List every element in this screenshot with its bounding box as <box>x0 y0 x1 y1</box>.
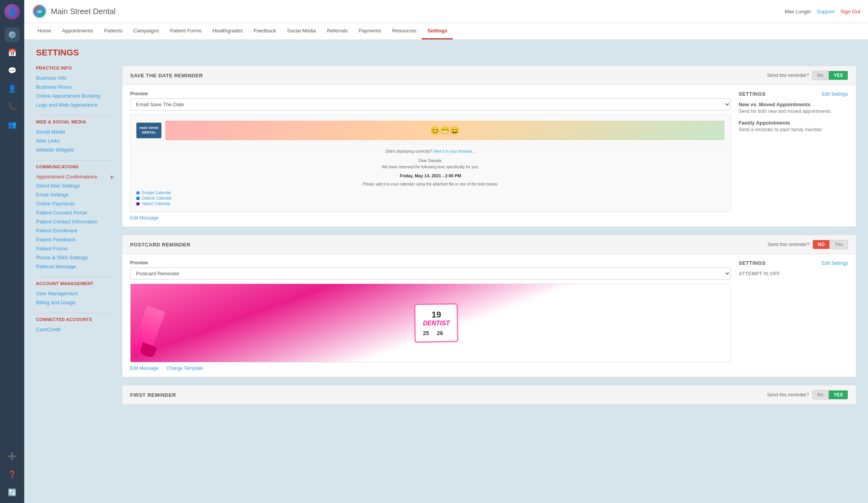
postcard-title: POSTCARD REMINDER <box>130 242 190 248</box>
save-the-date-preview-dropdown[interactable]: Email Save The Date SMS Save The Date <box>130 98 731 111</box>
setting-new-vs-moved: New vs. Moved Appointments Send for both… <box>739 102 848 114</box>
nav-logo-web-appearance[interactable]: Logo and Web Appearance <box>36 100 114 109</box>
sidebar-icon-plus[interactable]: ➕ <box>5 449 20 464</box>
first-reminder-yes-btn[interactable]: YES <box>829 390 848 400</box>
right-content: SAVE THE DATE REMINDER Send this reminde… <box>122 66 856 405</box>
nav-patient-feedback[interactable]: Patient Feedback <box>36 235 114 244</box>
header-user: Max Longin <box>785 9 811 14</box>
nav-patient-enrollment[interactable]: Patient Enrollment <box>36 226 114 235</box>
postcard-preview-dropdown[interactable]: Postcard Reminder <box>130 268 731 280</box>
nav-patient-contact-information[interactable]: Patient Contact Information <box>36 217 114 226</box>
save-the-date-toggle-buttons: No YES <box>812 71 848 80</box>
setting-family-title: Family Appointments <box>739 120 848 126</box>
setting-new-vs-moved-title: New vs. Moved Appointments <box>739 102 848 107</box>
postcard-edit-settings[interactable]: Edit Settings <box>822 260 848 266</box>
email-body-line2: Please add it to your calendar using the… <box>136 181 725 187</box>
nav-item-campaigns[interactable]: Campaigns <box>128 23 165 39</box>
setting-new-vs-moved-desc: Send for both new and moved appointments <box>739 109 848 114</box>
save-the-date-no-btn[interactable]: No <box>812 71 829 80</box>
sidebar-icon-dashboard[interactable]: ⚙️ <box>5 27 20 42</box>
nav-item-settings[interactable]: Settings <box>422 23 453 39</box>
email-date: Friday, May 14, 2021 - 2:00 PM <box>136 173 725 178</box>
nav-phone-sms-settings[interactable]: Phone & SMS Settings <box>36 253 114 262</box>
save-the-date-settings-title: SETTINGS <box>739 91 766 97</box>
sidebar-icon-chat[interactable]: 💬 <box>5 63 20 78</box>
nav-item-referrals[interactable]: Referrals <box>322 23 353 39</box>
header-support-link[interactable]: Support <box>817 9 835 14</box>
postcard-preview-section: Preview Postcard Reminder <box>130 260 731 371</box>
save-the-date-title: SAVE THE DATE REMINDER <box>130 73 203 78</box>
user-avatar[interactable]: 👤 <box>4 4 20 20</box>
nav-appointment-confirmations[interactable]: Appointment Confirmations ▶ <box>36 172 114 181</box>
nav-social-media[interactable]: Social Media <box>36 127 114 136</box>
google-cal-dot <box>136 191 140 194</box>
nav-online-appointment-booking[interactable]: Online Appointment Booking <box>36 91 114 100</box>
postcard-dentist-text: DENTIST <box>423 320 449 327</box>
nav-business-hours[interactable]: Business Hours <box>36 82 114 91</box>
nav-patient-connect-portal[interactable]: Patient Connect Portal <box>36 208 114 217</box>
main-wrapper: rw Main Street Dental Max Longin Support… <box>24 0 868 503</box>
sidebar-icon-person[interactable]: 👤 <box>5 81 20 96</box>
nav-direct-mail-settings[interactable]: Direct Mail Settings <box>36 181 114 190</box>
postcard-image-container: 19 DENTIST 25 26 <box>130 284 731 362</box>
email-cal-links: Google Calendar Outlook Calendar <box>136 191 725 206</box>
nav-item-patients[interactable]: Patients <box>98 23 128 39</box>
group-icon: 👥 <box>8 120 16 129</box>
section-title-practice-info: PRACTICE INFO <box>36 66 114 70</box>
nav-item-feedback[interactable]: Feedback <box>248 23 281 39</box>
refresh-icon: 🔄 <box>8 488 16 497</box>
first-reminder-no-btn[interactable]: No <box>812 390 829 400</box>
sidebar-icon-phone[interactable]: 📞 <box>5 99 20 114</box>
save-the-date-edit-message[interactable]: Edit Message <box>130 215 159 221</box>
calendar-icon: 📅 <box>8 48 16 57</box>
postcard-yes-btn[interactable]: Yes <box>830 240 848 249</box>
nav-user-management[interactable]: User Management <box>36 289 114 298</box>
save-the-date-edit-settings[interactable]: Edit Settings <box>822 91 848 97</box>
postcard-number-26: 26 <box>437 330 443 336</box>
nav-item-healthgrades[interactable]: Healthgrades <box>207 23 248 39</box>
nav-item-patient-forms[interactable]: Patient Forms <box>165 23 207 39</box>
email-logo: main street DENTAL <box>136 123 161 138</box>
postcard-settings-header: SETTINGS Edit Settings <box>739 260 848 266</box>
section-web-social: WEB & SOCIAL MEDIA Social Media Web Link… <box>36 120 114 154</box>
nav-business-info[interactable]: Business Info <box>36 73 114 82</box>
sidebar-icon-question[interactable]: ❓ <box>5 467 20 482</box>
cal-link-outlook: Outlook Calendar <box>136 196 725 200</box>
nav-web-links[interactable]: Web Links <box>36 136 114 145</box>
cal-link-google: Google Calendar <box>136 191 725 195</box>
sidebar-icon-group[interactable]: 👥 <box>5 117 20 132</box>
nav-item-appointments[interactable]: Appointments <box>57 23 99 39</box>
save-the-date-toggle: Send this reminder? No YES <box>767 71 848 80</box>
nav-item-resources[interactable]: Resources <box>387 23 422 39</box>
brand-logo-inner: rw <box>33 5 46 18</box>
nav-item-social-media[interactable]: Social Media <box>281 23 321 39</box>
section-title-web-social: WEB & SOCIAL MEDIA <box>36 120 114 124</box>
postcard-edit-message[interactable]: Edit Message <box>130 366 159 371</box>
postcard-change-template[interactable]: Change Template <box>166 366 203 371</box>
nav-patient-forms[interactable]: Patient Forms <box>36 244 114 253</box>
save-the-date-yes-btn[interactable]: YES <box>829 71 848 80</box>
divider-1 <box>36 115 114 116</box>
nav-referral-message[interactable]: Referral Message <box>36 262 114 271</box>
nav-carecredit[interactable]: CareCredit <box>36 325 114 334</box>
cal-link-yahoo: Yahoo! Calendar <box>136 202 725 206</box>
chat-icon: 💬 <box>8 66 16 75</box>
postcard-no-btn[interactable]: NO <box>813 240 830 249</box>
nav-online-payments[interactable]: Online Payments <box>36 199 114 208</box>
nav-item-payments[interactable]: Payments <box>353 23 387 39</box>
google-cal-label: Google Calendar <box>141 191 171 195</box>
nav-billing-usage[interactable]: Billing and Usage <box>36 298 114 307</box>
postcard-calendar-content: 19 DENTIST 25 26 <box>423 310 449 336</box>
save-the-date-preview: Preview Email Save The Date SMS Save The… <box>130 91 731 221</box>
sidebar-icon-calendar[interactable]: 📅 <box>5 45 20 60</box>
header-signout-link[interactable]: Sign Out <box>840 9 860 14</box>
nav-website-widgets[interactable]: Website Widgets <box>36 145 114 154</box>
phone-icon: 📞 <box>8 102 16 111</box>
nav-item-home[interactable]: Home <box>32 23 57 39</box>
outlook-cal-label: Outlook Calendar <box>141 196 172 200</box>
first-reminder-title: FIRST REMINDER <box>130 392 176 398</box>
nav-email-settings[interactable]: Email Settings <box>36 190 114 199</box>
nav-appointment-confirmations-label: Appointment Confirmations <box>36 174 97 180</box>
sidebar-icon-refresh[interactable]: 🔄 <box>5 485 20 500</box>
first-reminder-toggle: Send this reminder? No YES <box>767 390 848 400</box>
